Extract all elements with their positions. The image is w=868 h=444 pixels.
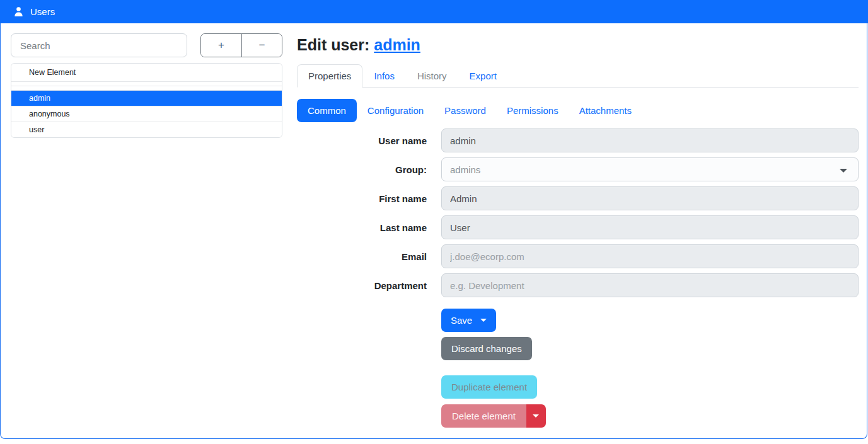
email-label: Email xyxy=(297,251,441,262)
edited-user-link[interactable]: admin xyxy=(374,36,420,54)
properties-sub-nav: Common Configuration Password Permission… xyxy=(297,99,859,122)
caret-down-icon xyxy=(480,319,487,322)
list-item-new-element[interactable]: New Element xyxy=(11,64,282,81)
user-icon xyxy=(13,6,24,17)
department-field[interactable] xyxy=(441,273,859,297)
action-buttons: Save Discard changes Duplicate element D… xyxy=(441,302,859,428)
page-title: Edit user: admin xyxy=(297,36,859,54)
list-spacer-row xyxy=(11,81,282,86)
username-label: User name xyxy=(297,135,441,146)
email-field[interactable] xyxy=(441,244,859,268)
lastname-field[interactable] xyxy=(441,215,859,239)
caret-down-icon xyxy=(533,414,539,418)
element-sidebar: + − New Element admin anonymous user xyxy=(11,33,282,138)
element-list: New Element admin anonymous user xyxy=(11,63,282,138)
list-item-user[interactable]: user xyxy=(11,122,282,137)
user-form: User name Group: admins First name Last … xyxy=(297,128,859,297)
chevron-down-icon xyxy=(840,169,847,173)
content-frame: + − New Element admin anonymous user Edi… xyxy=(0,23,867,439)
group-select[interactable]: admins xyxy=(441,157,859,181)
form-row-username: User name xyxy=(297,128,859,152)
tab-infos[interactable]: Infos xyxy=(362,64,406,88)
remove-element-button[interactable]: − xyxy=(241,34,282,57)
discard-changes-button[interactable]: Discard changes xyxy=(441,337,532,360)
tab-history: History xyxy=(406,64,458,88)
group-label: Group: xyxy=(297,164,441,175)
subtab-permissions[interactable]: Permissions xyxy=(497,99,569,122)
subtab-password[interactable]: Password xyxy=(434,99,496,122)
subtab-attachments[interactable]: Attachments xyxy=(569,99,642,122)
username-field[interactable] xyxy=(441,128,859,152)
form-row-firstname: First name xyxy=(297,186,859,210)
list-item-anonymous[interactable]: anonymous xyxy=(11,106,282,122)
form-row-lastname: Last name xyxy=(297,215,859,239)
editor-panel: Edit user: admin Properties Infos Histor… xyxy=(297,36,859,428)
save-button-label: Save xyxy=(451,315,472,326)
page-title-prefix: Edit user: xyxy=(297,36,369,54)
subtab-common[interactable]: Common xyxy=(297,99,357,122)
form-row-department: Department xyxy=(297,273,859,297)
app-title: Users xyxy=(30,6,55,17)
firstname-field[interactable] xyxy=(441,186,859,210)
search-input[interactable] xyxy=(11,33,187,57)
delete-dropdown-toggle[interactable] xyxy=(526,404,546,428)
form-row-email: Email xyxy=(297,244,859,268)
add-element-button[interactable]: + xyxy=(201,34,241,57)
form-row-group: Group: admins xyxy=(297,157,859,181)
firstname-label: First name xyxy=(297,193,441,204)
lastname-label: Last name xyxy=(297,222,441,233)
subtab-configuration[interactable]: Configuration xyxy=(357,99,434,122)
duplicate-element-button: Duplicate element xyxy=(441,375,537,399)
delete-split-button: Delete element xyxy=(441,404,859,428)
list-spacer-row xyxy=(11,86,282,90)
delete-element-button: Delete element xyxy=(441,404,526,428)
save-button[interactable]: Save xyxy=(441,309,496,332)
tab-properties[interactable]: Properties xyxy=(297,64,362,88)
list-item-admin[interactable]: admin xyxy=(11,90,282,106)
app-header: Users xyxy=(0,0,868,23)
department-label: Department xyxy=(297,280,441,291)
tab-export[interactable]: Export xyxy=(458,64,508,88)
main-tab-bar: Properties Infos History Export xyxy=(297,64,859,88)
group-select-value: admins xyxy=(450,164,480,175)
sidebar-toolbar: + − xyxy=(11,33,282,57)
add-remove-group: + − xyxy=(200,33,282,57)
